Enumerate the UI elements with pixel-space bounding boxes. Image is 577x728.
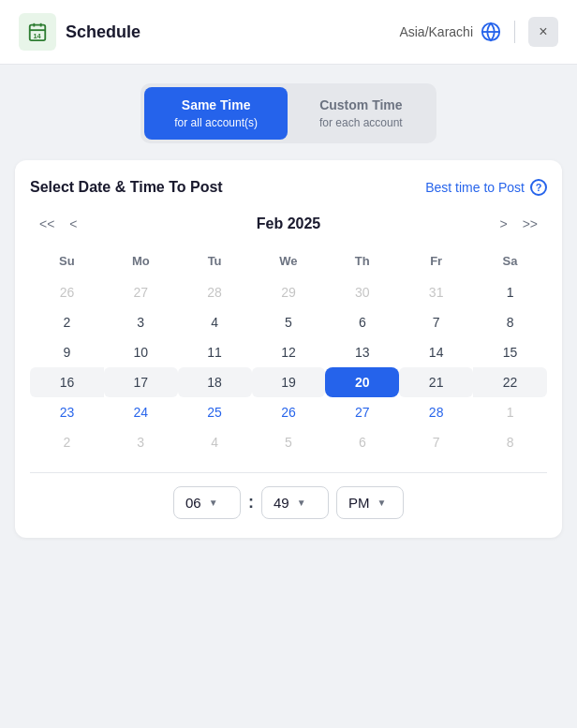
custom-time-sub: for each account xyxy=(319,115,403,131)
calendar-day[interactable]: 12 xyxy=(252,337,326,367)
calendar-day[interactable]: 14 xyxy=(399,337,473,367)
calendar-week-row: 9101112131415 xyxy=(30,337,547,367)
calendar-day[interactable]: 27 xyxy=(104,277,178,307)
section-title: Select Date & Time To Post xyxy=(30,179,223,196)
calendar-day[interactable]: 25 xyxy=(178,397,252,427)
same-time-tab[interactable]: Same Time for all account(s) xyxy=(144,87,288,140)
next-month-button[interactable]: > xyxy=(494,213,512,235)
time-row: 06 ▼ : 49 ▼ PM ▼ xyxy=(30,486,547,519)
calendar-day[interactable]: 16 xyxy=(30,367,104,397)
calendar-day[interactable]: 31 xyxy=(399,277,473,307)
day-header-sa: Sa xyxy=(473,248,547,277)
prev-year-button[interactable]: << xyxy=(34,213,60,235)
calendar-day[interactable]: 22 xyxy=(473,367,547,397)
toggle-section: Same Time for all account(s) Custom Time… xyxy=(0,65,577,160)
calendar-week-row: 2345678 xyxy=(30,427,547,457)
globe-icon xyxy=(481,22,501,42)
header: 14 Schedule Asia/Karachi × xyxy=(0,0,577,65)
calendar-day[interactable]: 20 xyxy=(325,367,399,397)
calendar-day[interactable]: 9 xyxy=(30,337,104,367)
calendar-day[interactable]: 21 xyxy=(399,367,473,397)
calendar-day[interactable]: 5 xyxy=(252,427,326,457)
header-divider xyxy=(514,21,515,43)
next-btns: > >> xyxy=(494,213,543,235)
day-header-su: Su xyxy=(30,248,104,277)
calendar-day[interactable]: 1 xyxy=(473,277,547,307)
calendar-day[interactable]: 29 xyxy=(252,277,326,307)
same-time-label: Same Time xyxy=(182,97,251,112)
calendar-day[interactable]: 24 xyxy=(104,397,178,427)
period-chevron: ▼ xyxy=(377,498,387,508)
timezone-label: Asia/Karachi xyxy=(399,24,473,39)
calendar-day[interactable]: 18 xyxy=(178,367,252,397)
period-value: PM xyxy=(348,495,370,511)
calendar-day[interactable]: 8 xyxy=(473,427,547,457)
calendar-day[interactable]: 1 xyxy=(473,397,547,427)
time-colon: : xyxy=(248,493,254,513)
calendar-day[interactable]: 2 xyxy=(30,427,104,457)
calendar-week-row: 2345678 xyxy=(30,307,547,337)
timezone-section: Asia/Karachi × xyxy=(399,17,558,47)
day-header-tu: Tu xyxy=(178,248,252,277)
day-header-th: Th xyxy=(325,248,399,277)
period-select[interactable]: PM ▼ xyxy=(336,486,404,519)
calendar-divider xyxy=(30,472,547,473)
calendar-day[interactable]: 26 xyxy=(30,277,104,307)
prev-btns: << < xyxy=(34,213,83,235)
hour-select[interactable]: 06 ▼ xyxy=(173,486,241,519)
calendar-icon: 14 xyxy=(19,13,56,51)
calendar-day[interactable]: 6 xyxy=(325,307,399,337)
calendar-nav: << < Feb 2025 > >> xyxy=(30,213,547,235)
calendar-day[interactable]: 7 xyxy=(399,427,473,457)
calendar-day[interactable]: 11 xyxy=(178,337,252,367)
month-year-label: Feb 2025 xyxy=(257,215,320,232)
calendar-day[interactable]: 27 xyxy=(325,397,399,427)
hour-value: 06 xyxy=(185,495,201,511)
minute-select[interactable]: 49 ▼ xyxy=(261,486,329,519)
minute-value: 49 xyxy=(274,495,289,511)
page-title: Schedule xyxy=(66,22,399,42)
calendar-day[interactable]: 4 xyxy=(178,427,252,457)
minute-chevron: ▼ xyxy=(297,498,306,508)
calendar-grid: Su Mo Tu We Th Fr Sa 2627282930311234567… xyxy=(30,248,547,457)
calendar-day[interactable]: 10 xyxy=(104,337,178,367)
date-time-section: Select Date & Time To Post Best time to … xyxy=(15,160,562,538)
calendar-day[interactable]: 13 xyxy=(325,337,399,367)
toggle-tabs: Same Time for all account(s) Custom Time… xyxy=(141,83,436,143)
close-button[interactable]: × xyxy=(528,17,558,47)
calendar-header-row: Su Mo Tu We Th Fr Sa xyxy=(30,248,547,277)
calendar-week-row: 2324252627281 xyxy=(30,397,547,427)
calendar: << < Feb 2025 > >> Su Mo Tu We Th xyxy=(30,213,547,519)
calendar-week-row: 2627282930311 xyxy=(30,277,547,307)
calendar-day[interactable]: 19 xyxy=(252,367,326,397)
calendar-day[interactable]: 3 xyxy=(104,427,178,457)
hour-chevron: ▼ xyxy=(209,498,218,508)
next-year-button[interactable]: >> xyxy=(517,213,543,235)
prev-month-button[interactable]: < xyxy=(64,213,82,235)
calendar-day[interactable]: 5 xyxy=(252,307,326,337)
calendar-day[interactable]: 7 xyxy=(399,307,473,337)
day-header-we: We xyxy=(252,248,326,277)
calendar-day[interactable]: 30 xyxy=(325,277,399,307)
svg-text:14: 14 xyxy=(33,32,41,40)
calendar-day[interactable]: 4 xyxy=(178,307,252,337)
custom-time-tab[interactable]: Custom Time for each account xyxy=(289,87,433,140)
calendar-day[interactable]: 2 xyxy=(30,307,104,337)
section-header: Select Date & Time To Post Best time to … xyxy=(30,179,547,196)
calendar-day[interactable]: 8 xyxy=(473,307,547,337)
calendar-day[interactable]: 23 xyxy=(30,397,104,427)
calendar-day[interactable]: 28 xyxy=(399,397,473,427)
calendar-day[interactable]: 15 xyxy=(473,337,547,367)
best-time-label[interactable]: Best time to Post ? xyxy=(425,179,547,196)
best-time-text: Best time to Post xyxy=(425,180,525,195)
calendar-day[interactable]: 17 xyxy=(104,367,178,397)
day-header-fr: Fr xyxy=(399,248,473,277)
calendar-day[interactable]: 26 xyxy=(252,397,326,427)
calendar-day[interactable]: 3 xyxy=(104,307,178,337)
schedule-container: 14 Schedule Asia/Karachi × Same Time for… xyxy=(0,0,577,728)
help-icon[interactable]: ? xyxy=(530,179,547,196)
calendar-week-row: 16171819202122 xyxy=(30,367,547,397)
calendar-day[interactable]: 6 xyxy=(325,427,399,457)
same-time-sub: for all account(s) xyxy=(174,115,258,131)
calendar-day[interactable]: 28 xyxy=(178,277,252,307)
